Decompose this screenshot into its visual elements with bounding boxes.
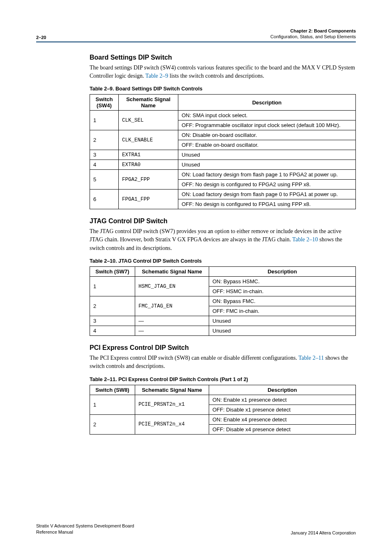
cell-desc: ON: Load factory design from flash page … <box>178 170 356 180</box>
table-row: 3 — Unused <box>90 316 356 326</box>
page-header: 2–20 Chapter 2: Board Components Configu… <box>36 28 356 42</box>
text: lists the switch controls and descriptio… <box>168 73 264 79</box>
table-caption-2-11: Table 2–11. PCI Express Control DIP Swit… <box>90 377 356 382</box>
cell-signal: FPGA1_FPP <box>119 190 178 209</box>
cell-sw: 3 <box>90 316 135 326</box>
cell-desc: ON: SMA input clock select. <box>178 111 356 120</box>
cell-sw: 3 <box>90 150 119 160</box>
cell-signal: EXTRA0 <box>119 160 178 170</box>
table-row: 1 CLK_SEL ON: SMA input clock select. <box>90 111 356 120</box>
header-right: Chapter 2: Board Components Configuratio… <box>270 28 356 40</box>
table-row: 2 CLK_ENABLE ON: Disable on-board oscill… <box>90 130 356 140</box>
cell-sw: 2 <box>90 130 119 150</box>
cell-signal: — <box>135 316 209 326</box>
cell-sw: 1 <box>90 277 135 296</box>
cell-desc: ON: Enable x4 presence detect <box>209 414 356 424</box>
cell-desc: OFF: Disable x4 presence detect <box>209 424 356 434</box>
table-row: 1 PCIE_PRSNT2n_x1 ON: Enable x1 presence… <box>90 395 356 405</box>
section-title-board-settings: Board Settings DIP Switch <box>90 54 356 61</box>
table-ref-link[interactable]: Table 2–10 <box>292 236 318 243</box>
th-switch: Switch (SW7) <box>90 267 135 277</box>
table-row: 2 PCIE_PRSNT2n_x4 ON: Enable x4 presence… <box>90 414 356 424</box>
cell-desc: OFF: Disable x1 presence detect <box>209 405 356 414</box>
cell-signal: CLK_SEL <box>119 111 178 130</box>
page-footer: Stratix V Advanced Systems Development B… <box>36 523 356 535</box>
cell-desc: OFF: HSMC in-chain. <box>209 287 356 296</box>
cell-desc: OFF: No design is configured to FPGA1 us… <box>178 199 356 209</box>
cell-desc: Unused <box>209 316 356 326</box>
cell-signal: FMC_JTAG_EN <box>135 296 209 316</box>
table-row: 4 EXTRA0 Unused <box>90 160 356 170</box>
cell-signal: EXTRA1 <box>119 150 178 160</box>
cell-desc: ON: Load factory design from flash page … <box>178 190 356 199</box>
cell-desc: OFF: Programmable oscillator input clock… <box>178 120 356 130</box>
footer-left: Stratix V Advanced Systems Development B… <box>36 523 134 535</box>
table-caption-2-9: Table 2–9. Board Settings DIP Switch Con… <box>90 86 356 92</box>
cell-desc: Unused <box>178 160 356 170</box>
cell-signal: FPGA2_FPP <box>119 170 178 190</box>
th-switch: Switch (SW4) <box>90 95 119 111</box>
cell-sw: 5 <box>90 170 119 190</box>
section-title-jtag: JTAG Control DIP Switch <box>90 217 356 225</box>
cell-desc: OFF: Enable on-board oscillator. <box>178 140 356 150</box>
cell-sw: 4 <box>90 326 135 336</box>
th-description: Description <box>209 385 356 395</box>
table-2-11: Switch (SW8) Schematic Signal Name Descr… <box>90 385 356 435</box>
cell-desc: OFF: No design is configured to FPGA2 us… <box>178 180 356 190</box>
th-description: Description <box>178 95 356 111</box>
cell-desc: ON: Bypass HSMC. <box>209 277 356 287</box>
table-ref-link[interactable]: Table 2–9 <box>145 73 168 79</box>
section-para-jtag: The JTAG control DIP switch (SW7) provid… <box>90 227 356 252</box>
table-row: 3 EXTRA1 Unused <box>90 150 356 160</box>
cell-desc: Unused <box>178 150 356 160</box>
table-row: 5 FPGA2_FPP ON: Load factory design from… <box>90 170 356 180</box>
cell-sw: 1 <box>90 111 119 130</box>
table-header-row: Switch (SW4) Schematic Signal Name Descr… <box>90 95 356 111</box>
th-signal: Schematic Signal Name <box>135 267 209 277</box>
cell-sw: 2 <box>90 296 135 316</box>
th-switch: Switch (SW8) <box>90 385 135 395</box>
chapter-sub: Configuration, Status, and Setup Element… <box>270 34 356 39</box>
section-para-pcie: The PCI Express control DIP switch (SW8)… <box>90 354 356 371</box>
chapter-title: Chapter 2: Board Components <box>270 28 356 34</box>
cell-sw: 1 <box>90 395 135 414</box>
table-ref-link[interactable]: Table 2–11 <box>298 355 324 361</box>
cell-desc: ON: Disable on-board oscillator. <box>178 130 356 140</box>
cell-signal: PCIE_PRSNT2n_x1 <box>135 395 209 414</box>
cell-sw: 6 <box>90 190 119 209</box>
th-signal: Schematic Signal Name <box>135 385 209 395</box>
footer-right: January 2014 Altera Corporation <box>291 530 356 535</box>
table-header-row: Switch (SW7) Schematic Signal Name Descr… <box>90 267 356 277</box>
th-signal: Schematic Signal Name <box>119 95 178 111</box>
footer-doc-title: Stratix V Advanced Systems Development B… <box>36 523 134 529</box>
cell-signal: HSMC_JTAG_EN <box>135 277 209 296</box>
table-2-9: Switch (SW4) Schematic Signal Name Descr… <box>90 94 356 209</box>
cell-desc: OFF: FMC in-chain. <box>209 306 356 316</box>
table-row: 2 FMC_JTAG_EN ON: Bypass FMC. <box>90 296 356 306</box>
cell-sw: 2 <box>90 414 135 434</box>
cell-desc: ON: Enable x1 presence detect <box>209 395 356 405</box>
footer-doc-sub: Reference Manual <box>36 529 134 535</box>
section-title-pcie: PCI Express Control DIP Switch <box>90 344 356 352</box>
cell-signal: — <box>135 326 209 336</box>
page-number: 2–20 <box>36 35 46 40</box>
table-header-row: Switch (SW8) Schematic Signal Name Descr… <box>90 385 356 395</box>
table-row: 6 FPGA1_FPP ON: Load factory design from… <box>90 190 356 199</box>
cell-desc: Unused <box>209 326 356 336</box>
text: The PCI Express control DIP switch (SW8)… <box>90 355 298 361</box>
table-row: 1 HSMC_JTAG_EN ON: Bypass HSMC. <box>90 277 356 287</box>
cell-signal: CLK_ENABLE <box>119 130 178 150</box>
table-2-10: Switch (SW7) Schematic Signal Name Descr… <box>90 266 356 336</box>
table-caption-2-10: Table 2–10. JTAG Control DIP Switch Cont… <box>90 258 356 264</box>
cell-signal: PCIE_PRSNT2n_x4 <box>135 414 209 434</box>
section-para-board-settings: The board settings DIP switch (SW4) cont… <box>90 64 356 81</box>
th-description: Description <box>209 267 356 277</box>
table-row: 4 — Unused <box>90 326 356 336</box>
cell-sw: 4 <box>90 160 119 170</box>
cell-desc: ON: Bypass FMC. <box>209 296 356 306</box>
